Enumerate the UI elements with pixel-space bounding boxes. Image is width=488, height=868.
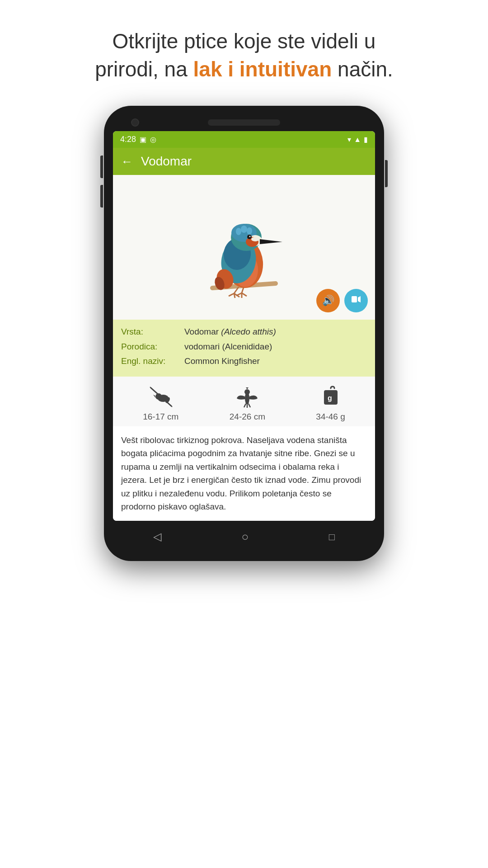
video-icon [351,294,361,307]
species-value: Vodomar (Alcedo atthis) [184,326,276,338]
phone-bottom-nav [113,523,375,547]
length-value: 16-17 cm [143,412,178,422]
svg-line-2 [229,293,234,296]
family-label: Porodica: [121,341,184,353]
family-value: vodomari (Alcenididae) [184,341,272,353]
app-bar: ← Vodomar [113,148,375,175]
front-camera [131,118,139,127]
bird-length-icon [149,386,173,408]
page-header: Otkrijte ptice koje ste videli u prirodi… [0,0,488,97]
nav-home-button[interactable] [241,530,249,544]
bird-image-section: 🔊 [113,175,375,320]
measurement-wingspan: 24-26 cm [230,386,265,422]
bird-wingspan-icon [235,386,259,408]
svg-marker-30 [153,395,155,398]
svg-point-17 [247,227,252,235]
sound-icon: 🔊 [322,295,334,307]
data-icon: ◎ [150,135,156,144]
wingspan-value: 24-26 cm [230,412,265,422]
svg-rect-26 [352,296,357,302]
svg-line-33 [150,387,152,389]
app-title: Vodomar [141,154,192,169]
header-line2-prefix: prirodi, na [95,57,193,81]
svg-marker-37 [246,387,249,389]
english-row: Engl. naziv: Common Kingfisher [121,355,367,368]
signal-icon: ▲ [354,136,361,144]
svg-line-34 [170,405,172,407]
earpiece-speaker [208,119,280,126]
bird-weight-icon: g [319,386,343,408]
phone-frame: 4:28 ▣ ◎ ▾ ▲ ▮ ← Vodomar [104,106,384,561]
english-value: Common Kingfisher [184,355,260,368]
volume-down-button[interactable] [100,185,103,208]
svg-line-6 [236,293,242,296]
volume-up-button[interactable] [100,156,103,178]
svg-point-36 [244,389,250,395]
video-button[interactable] [344,289,368,312]
sound-button[interactable]: 🔊 [316,289,340,312]
svg-line-32 [151,388,171,406]
english-label: Engl. naziv: [121,355,184,368]
phone-top [113,119,375,126]
svg-marker-23 [260,239,282,244]
action-buttons: 🔊 [316,289,368,312]
measurement-weight: g 34-46 g [316,386,345,422]
battery-icon: ▮ [364,135,368,144]
status-bar: 4:28 ▣ ◎ ▾ ▲ ▮ [113,131,375,148]
svg-point-16 [241,226,247,233]
svg-point-15 [236,228,241,235]
kingfisher-svg [185,184,303,311]
header-line1: Otkrijte ptice koje ste videli u [113,29,376,53]
header-highlight: lak i intuitivan [193,57,332,81]
species-label: Vrsta: [121,326,184,338]
species-row: Vrsta: Vodomar (Alcedo atthis) [121,326,367,338]
svg-marker-27 [358,296,361,302]
svg-line-8 [242,293,247,296]
wifi-icon: ▾ [347,135,351,144]
measurement-length: 16-17 cm [143,386,178,422]
svg-text:g: g [328,394,332,402]
description-text: Vešt ribolovac tirkiznog pokrova. Naselj… [121,434,367,514]
power-button[interactable] [385,160,388,187]
status-time: 4:28 [120,135,136,144]
back-button[interactable]: ← [121,155,133,169]
phone-screen: 4:28 ▣ ◎ ▾ ▲ ▮ ← Vodomar [113,131,375,520]
status-right: ▾ ▲ ▮ [347,135,368,144]
measurements-section: 16-17 cm [113,377,375,426]
nav-recent-button[interactable] [329,530,335,543]
description-section: Vešt ribolovac tirkiznog pokrova. Naselj… [113,426,375,521]
status-left: 4:28 ▣ ◎ [120,135,156,144]
sim-icon: ▣ [140,135,146,144]
info-section: Vrsta: Vodomar (Alcedo atthis) Porodica:… [113,320,375,377]
header-line2-suffix: način. [332,57,393,81]
svg-point-22 [251,237,259,241]
family-row: Porodica: vodomari (Alcenididae) [121,341,367,353]
nav-back-button[interactable] [153,530,161,543]
svg-point-21 [249,236,251,237]
weight-value: 34-46 g [316,412,345,422]
